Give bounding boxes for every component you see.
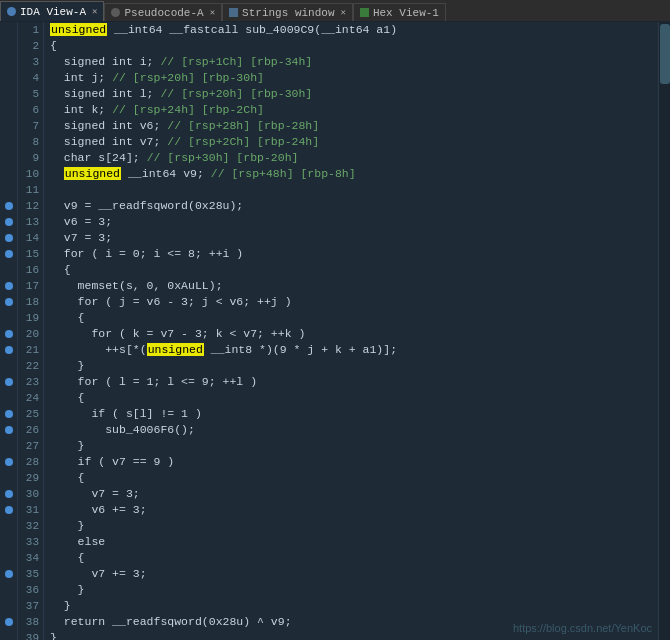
line-number: 17 bbox=[18, 278, 39, 294]
gutter-cell[interactable] bbox=[0, 278, 17, 294]
line-number: 19 bbox=[18, 310, 39, 326]
gutter-cell[interactable] bbox=[0, 70, 17, 86]
gutter-cell[interactable] bbox=[0, 326, 17, 342]
gutter-cell[interactable] bbox=[0, 438, 17, 454]
tab-hex-view[interactable]: Hex View-1 bbox=[353, 3, 446, 21]
gutter-cell[interactable] bbox=[0, 358, 17, 374]
line-number: 28 bbox=[18, 454, 39, 470]
tab-strings[interactable]: Strings window ✕ bbox=[222, 3, 353, 21]
breakpoint-dot bbox=[5, 346, 13, 354]
code-line: { bbox=[50, 310, 658, 326]
line-number: 14 bbox=[18, 230, 39, 246]
gutter-cell[interactable] bbox=[0, 518, 17, 534]
gutter-cell[interactable] bbox=[0, 214, 17, 230]
gutter-cell[interactable] bbox=[0, 22, 17, 38]
gutter-cell[interactable] bbox=[0, 486, 17, 502]
breakpoint-dot bbox=[5, 234, 13, 242]
code-line: } bbox=[50, 358, 658, 374]
gutter-cell[interactable] bbox=[0, 566, 17, 582]
gutter-cell[interactable] bbox=[0, 406, 17, 422]
gutter-cell[interactable] bbox=[0, 118, 17, 134]
code-line: } bbox=[50, 438, 658, 454]
tab-label-hex: Hex View-1 bbox=[373, 7, 439, 19]
gutter-cell[interactable] bbox=[0, 598, 17, 614]
scrollbar-thumb[interactable] bbox=[660, 24, 670, 84]
gutter-cell[interactable] bbox=[0, 470, 17, 486]
line-number: 15 bbox=[18, 246, 39, 262]
breakpoint-dot bbox=[5, 458, 13, 466]
gutter-cell[interactable] bbox=[0, 630, 17, 640]
gutter-cell[interactable] bbox=[0, 390, 17, 406]
gutter-cell[interactable] bbox=[0, 102, 17, 118]
line-number: 34 bbox=[18, 550, 39, 566]
breakpoint-dot bbox=[5, 282, 13, 290]
code-line: for ( i = 0; i <= 8; ++i ) bbox=[50, 246, 658, 262]
line-number: 36 bbox=[18, 582, 39, 598]
line-number: 2 bbox=[18, 38, 39, 54]
code-line: signed int l; // [rsp+20h] [rbp-30h] bbox=[50, 86, 658, 102]
gutter-cell[interactable] bbox=[0, 134, 17, 150]
gutter-cell[interactable] bbox=[0, 166, 17, 182]
gutter-cell[interactable] bbox=[0, 38, 17, 54]
gutter-cell[interactable] bbox=[0, 342, 17, 358]
gutter-cell[interactable] bbox=[0, 294, 17, 310]
tabs-bar: IDA View-A ✕ Pseudocode-A ✕ Strings wind… bbox=[0, 0, 670, 22]
code-line: char s[24]; // [rsp+30h] [rbp-20h] bbox=[50, 150, 658, 166]
scrollbar[interactable] bbox=[658, 22, 670, 640]
gutter-cell[interactable] bbox=[0, 86, 17, 102]
code-line: } bbox=[50, 518, 658, 534]
app-window: IDA View-A ✕ Pseudocode-A ✕ Strings wind… bbox=[0, 0, 670, 640]
code-line: signed int v7; // [rsp+2Ch] [rbp-24h] bbox=[50, 134, 658, 150]
code-line: if ( v7 == 9 ) bbox=[50, 454, 658, 470]
breakpoint-dot bbox=[5, 202, 13, 210]
tab-ida-view[interactable]: IDA View-A ✕ bbox=[0, 1, 104, 21]
line-number: 8 bbox=[18, 134, 39, 150]
bp-gutter bbox=[0, 22, 18, 640]
gutter-cell[interactable] bbox=[0, 150, 17, 166]
breakpoint-dot bbox=[5, 410, 13, 418]
code-line: ++s[*(unsigned __int8 *)(9 * j + k + a1)… bbox=[50, 342, 658, 358]
gutter-cell[interactable] bbox=[0, 614, 17, 630]
line-number: 22 bbox=[18, 358, 39, 374]
code-line: sub_4006F6(); bbox=[50, 422, 658, 438]
line-number: 9 bbox=[18, 150, 39, 166]
tab-icon-hex bbox=[360, 8, 369, 17]
code-line: signed int v6; // [rsp+28h] [rbp-28h] bbox=[50, 118, 658, 134]
breakpoint-dot bbox=[5, 618, 13, 626]
gutter-cell[interactable] bbox=[0, 502, 17, 518]
gutter-cell[interactable] bbox=[0, 454, 17, 470]
code-line: v6 += 3; bbox=[50, 502, 658, 518]
gutter-cell[interactable] bbox=[0, 262, 17, 278]
gutter-cell[interactable] bbox=[0, 230, 17, 246]
line-numbers: 1234567891011121314151617181920212223242… bbox=[18, 22, 44, 640]
tab-close-strings[interactable]: ✕ bbox=[341, 7, 346, 18]
code-line: v6 = 3; bbox=[50, 214, 658, 230]
gutter-cell[interactable] bbox=[0, 374, 17, 390]
tab-pseudocode[interactable]: Pseudocode-A ✕ bbox=[104, 3, 222, 21]
gutter-cell[interactable] bbox=[0, 422, 17, 438]
line-number: 7 bbox=[18, 118, 39, 134]
code-line: } bbox=[50, 582, 658, 598]
line-number: 39 bbox=[18, 630, 39, 640]
tab-label-pseudo: Pseudocode-A bbox=[124, 7, 203, 19]
code-line: v7 += 3; bbox=[50, 566, 658, 582]
tab-close-ida[interactable]: ✕ bbox=[92, 6, 97, 17]
gutter-cell[interactable] bbox=[0, 54, 17, 70]
gutter-cell[interactable] bbox=[0, 534, 17, 550]
code-line: { bbox=[50, 470, 658, 486]
code-line: } bbox=[50, 598, 658, 614]
gutter-cell[interactable] bbox=[0, 550, 17, 566]
code-line: for ( k = v7 - 3; k < v7; ++k ) bbox=[50, 326, 658, 342]
gutter-cell[interactable] bbox=[0, 198, 17, 214]
breakpoint-dot bbox=[5, 506, 13, 514]
gutter-cell[interactable] bbox=[0, 246, 17, 262]
code-line: { bbox=[50, 38, 658, 54]
code-line: { bbox=[50, 390, 658, 406]
gutter-cell[interactable] bbox=[0, 582, 17, 598]
main-area: 1234567891011121314151617181920212223242… bbox=[0, 22, 670, 640]
code-line bbox=[50, 182, 658, 198]
tab-close-pseudo[interactable]: ✕ bbox=[210, 7, 215, 18]
code-content[interactable]: unsigned __int64 __fastcall sub_4009C9(_… bbox=[44, 22, 658, 640]
gutter-cell[interactable] bbox=[0, 182, 17, 198]
gutter-cell[interactable] bbox=[0, 310, 17, 326]
